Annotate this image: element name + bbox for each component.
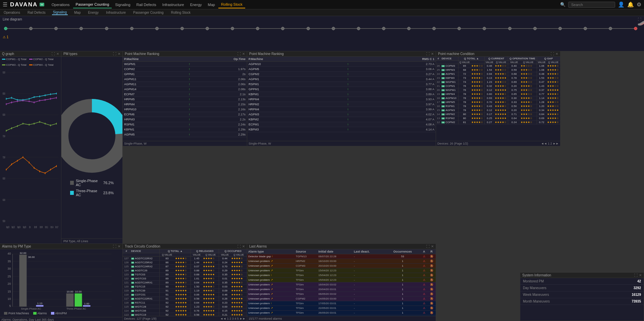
pmtype-expand[interactable]: ⛶ bbox=[113, 52, 116, 56]
station-dot-hammersmith[interactable] bbox=[609, 27, 612, 30]
table-row[interactable]: AGPM10 ↑ 2.73 A bbox=[247, 62, 436, 67]
qgraph-expand[interactable]: ⛶ bbox=[52, 52, 55, 56]
table-row[interactable]: AGPM11 ↑ 2.06s bbox=[123, 77, 247, 82]
alarm-row[interactable]: Unknown problem ↗ TFSim 15/04/20 12:23 -… bbox=[247, 278, 436, 282]
alarm-row[interactable]: Unknown problem ↗ TFSim 16/04/20 03:02 -… bbox=[247, 282, 436, 287]
tcc-close[interactable]: ✕ bbox=[242, 245, 245, 248]
table-row[interactable]: AGPM3 ↑ 4.02 A bbox=[247, 112, 436, 117]
alarm-row[interactable]: Unknown problem ↗ TFSim 26/05/20 03:01 -… bbox=[247, 311, 436, 315]
pm1-close[interactable]: ✕ bbox=[242, 52, 245, 56]
subnav-energy[interactable]: Energy bbox=[87, 10, 100, 15]
table-row[interactable]: AGPM5 ↑ 3.06 A bbox=[247, 67, 436, 72]
station-dot-arnos-grove[interactable] bbox=[79, 27, 83, 30]
table-row[interactable]: AGPM5 ↑ 2.29s bbox=[123, 132, 247, 137]
nav-energy[interactable]: Energy bbox=[187, 1, 205, 8]
table-row[interactable]: 122 WWGTC03 89 ★★★★☆ 1.61 ★★★★☆ 0.01 ★★★… bbox=[123, 277, 247, 281]
settings-icon[interactable]: ⚙ bbox=[637, 1, 641, 8]
table-row[interactable]: AGPM11 ↑ 2.06s bbox=[123, 82, 247, 87]
station-dot-kings-cross[interactable] bbox=[281, 27, 284, 30]
qgraph-close[interactable]: ✕ bbox=[56, 52, 59, 56]
table-row[interactable]: HRPM10 ↑ 2.16s bbox=[123, 107, 247, 112]
station-dot-russell-square[interactable] bbox=[307, 27, 310, 30]
table-row[interactable]: GPPM1 ↑ 3.88 A bbox=[247, 87, 436, 92]
station-dot-south-kensington[interactable] bbox=[508, 27, 512, 30]
table-row[interactable]: 126 WAGDTC25RX2 86 ★★★★☆ 1.44 ★★★★☆ 0.24… bbox=[123, 261, 247, 265]
alarm-row[interactable]: Unknown problem ↗ TFSim 22/05/20 03:01 -… bbox=[247, 306, 436, 311]
alarm-row[interactable]: Unknown problem ↑ TFSim 15/04/20 12:23 -… bbox=[247, 273, 436, 278]
table-row[interactable]: 23 WKBPM3 73 ★★★★☆ 0.13 ★★★★★ 0.78 ★★★☆☆… bbox=[436, 76, 560, 80]
station-dot-barons-court[interactable] bbox=[584, 27, 587, 30]
alarms-close[interactable]: ✕ bbox=[118, 245, 120, 248]
nav-operations[interactable]: Operations bbox=[49, 1, 72, 8]
table-row[interactable]: KBPM1 ↑ 3.89 A bbox=[247, 92, 436, 97]
table-row[interactable]: KBPM3 ↑ 4.14 A bbox=[247, 127, 436, 132]
user-icon-1[interactable]: 👤 bbox=[618, 1, 625, 8]
table-row[interactable]: 17 WHRPM5 78 ★★★★☆ 0.70 ★★★★☆ 0.33 ★★★★☆… bbox=[436, 100, 560, 104]
station-dot-southgate[interactable] bbox=[54, 27, 58, 30]
table-row[interactable]: 113 WWGTC19 92 ★★★★★ 0.58 ★★★★★ 0.21 ★★★… bbox=[123, 313, 247, 316]
table-row[interactable]: GPPM1 ↑ 2s bbox=[123, 72, 247, 77]
table-row[interactable]: COPM2 ↑ 1.97s bbox=[123, 67, 247, 72]
table-row[interactable]: ECPM6 ↑ 2.17s bbox=[123, 112, 247, 117]
alarm-row[interactable]: Unknown problem ↑ TFSim 17/05/20 03:01 -… bbox=[247, 301, 436, 306]
table-row[interactable]: HRPM2 ↑ 3.97 A bbox=[247, 102, 436, 107]
table-row[interactable]: 117 WAGDTC22RX1 91 ★★★★★ 0.58 ★★★★★ 0.26… bbox=[123, 297, 247, 301]
table-row[interactable]: 12 WCOPM2 81 ★★★★☆ 0.27 ★★★★☆ 0.24 ★★★★☆… bbox=[436, 120, 560, 124]
nav-rail-defects[interactable]: Rail Defects bbox=[134, 1, 159, 8]
table-row[interactable]: 16 WRSPM1 78 ★★★★☆ 0.43 ★★★★☆ 0.50 ★★★★☆… bbox=[436, 104, 560, 108]
table-row[interactable]: AGPM1 ↑ 3.44 A bbox=[247, 77, 436, 82]
table-row[interactable]: CGPM2 ↑ 3.27 A bbox=[247, 72, 436, 77]
station-dot-arsenal[interactable] bbox=[206, 27, 209, 30]
nav-rolling-stock[interactable]: Rolling Stock bbox=[218, 1, 245, 8]
table-row[interactable]: 118 WCOTC01 91 ★★★★★ 0.06 ★★★★★ 0.46 ★★★… bbox=[123, 293, 247, 297]
nav-infrastructure[interactable]: Infrastructure bbox=[160, 1, 187, 8]
pm2-close[interactable]: ✕ bbox=[431, 52, 434, 56]
alarms-expand[interactable]: ⛶ bbox=[113, 245, 116, 248]
table-row[interactable]: 121 WAGDTC24RX1 89 ★★★★☆ 0.64 ★★★★★ 0.35… bbox=[123, 281, 247, 285]
table-row[interactable]: 15 WAGPM3 78 ★★★★☆ 0.12 ★★★★★ 0.20 ★★★★☆… bbox=[436, 108, 560, 112]
station-dot-holborn[interactable] bbox=[332, 27, 335, 30]
table-row[interactable]: 14 WHRPM2 80 ★★★★☆ 0.17 ★★★★★ 0.71 ★★★☆☆… bbox=[436, 112, 560, 116]
hamburger-icon[interactable]: ☰ bbox=[3, 1, 7, 8]
subnav-operations[interactable]: Operations bbox=[3, 10, 21, 15]
station-dot-leicester-square[interactable] bbox=[382, 27, 385, 30]
alarm-row[interactable]: Unknown problem ↗ TFSim 15/04/20 12:23 -… bbox=[247, 268, 436, 273]
table-row[interactable]: 13 WRSPM2 80 ★★★★☆ 0.25 ★★★★★ 0.64 ★★★★☆… bbox=[436, 116, 560, 120]
table-row[interactable]: HRPM3 ↑ 2.2s bbox=[123, 117, 247, 122]
station-dot-wood-green[interactable] bbox=[130, 27, 133, 30]
table-row[interactable]: HRPM4 ↑ 3.99 A bbox=[247, 107, 436, 112]
table-row[interactable]: 18 WAGPM10 78 ★★★★☆ 0.93 ★★★★☆ 0.30 ★★★★… bbox=[436, 96, 560, 100]
subnav-infrastructure[interactable]: Infrastructure bbox=[105, 10, 127, 15]
table-row[interactable]: WGPM1 ↑ bbox=[123, 62, 247, 67]
sysinfo-expand[interactable]: ⛶ bbox=[634, 273, 638, 277]
nav-passenger-counting[interactable]: Passenger Counting bbox=[73, 1, 112, 8]
pm2-expand[interactable]: ⛶ bbox=[426, 52, 430, 56]
table-row[interactable]: KBPM2 ↑ 4.07 A bbox=[247, 117, 436, 122]
table-row[interactable]: HRPM5 ↑ 2.13s bbox=[123, 97, 247, 102]
table-row[interactable]: 22 WWGPM1 74 ★★★★☆ 1.23 ★★★☆☆ 0.69 ★★★☆☆… bbox=[436, 80, 560, 84]
alarm-row[interactable]: Unknown problem ↗ CGPM2 14/05/20 03:00 -… bbox=[247, 297, 436, 301]
table-row[interactable]: ECPM1 ↑ 4.08 A bbox=[247, 122, 436, 127]
table-row[interactable]: RSPM1 ↑ 3.77 A bbox=[247, 82, 436, 87]
search-input[interactable] bbox=[568, 2, 615, 8]
line-diagram-expand[interactable]: ⛶ bbox=[638, 17, 641, 21]
station-dot-caledonian-road[interactable] bbox=[256, 27, 259, 30]
table-row[interactable]: 127 WAGDTC22RX2 83 ★★★★☆ 1.45 ★★★★☆ 0.44… bbox=[123, 257, 247, 261]
table-row[interactable]: HRPM4 ↑ 3.93 A bbox=[247, 97, 436, 102]
station-dot-hyde-park-corner[interactable] bbox=[458, 27, 461, 30]
table-row[interactable]: 116 WRSTC11 92 ★★★★★ 0.64 ★★★★★ 0.23 ★★★… bbox=[123, 301, 247, 305]
table-row[interactable]: 119 WTGTC39 91 ★★★★★ 1.19 ★★★★☆ 0.09 ★★★… bbox=[123, 289, 247, 293]
table-row[interactable]: 25 WHRPM3 68 ★★★☆☆ 1.54 ★★★☆☆ 0.59 ★★★☆☆… bbox=[436, 68, 560, 72]
table-row[interactable]: AGPM14 ↑ 2.08s bbox=[123, 87, 247, 92]
station-dot-gloucester-road[interactable] bbox=[533, 27, 537, 30]
subnav-rolling-stock[interactable]: Rolling Stock bbox=[170, 10, 192, 15]
station-dot-finsbury-park[interactable] bbox=[180, 27, 184, 30]
station-dot-holloway-road[interactable] bbox=[231, 27, 234, 30]
table-row[interactable]: 21 WCOPM1 76 ★★★★☆ 0.32 ★★★★☆ 0.20 ★★★★☆… bbox=[436, 84, 560, 88]
table-row[interactable]: KBPM1 ↑ 2.29s bbox=[123, 127, 247, 132]
alarms-table-expand[interactable]: ⛶ bbox=[426, 245, 430, 248]
table-row[interactable]: 125 WAGDTC24RX2 87 ★★★★☆ 0.07 ★★★★★ 0.70… bbox=[123, 265, 247, 269]
table-row[interactable]: 20 WWGPM1 76 ★★★★☆ 0.12 ★★★★★ 0.75 ★★★☆☆… bbox=[436, 88, 560, 92]
table-row[interactable]: 124 WAGDTC26 89 ★★★★☆ 0.88 ★★★★☆ 0.29 ★★… bbox=[123, 269, 247, 273]
tcc-expand[interactable]: ⛶ bbox=[237, 245, 241, 248]
